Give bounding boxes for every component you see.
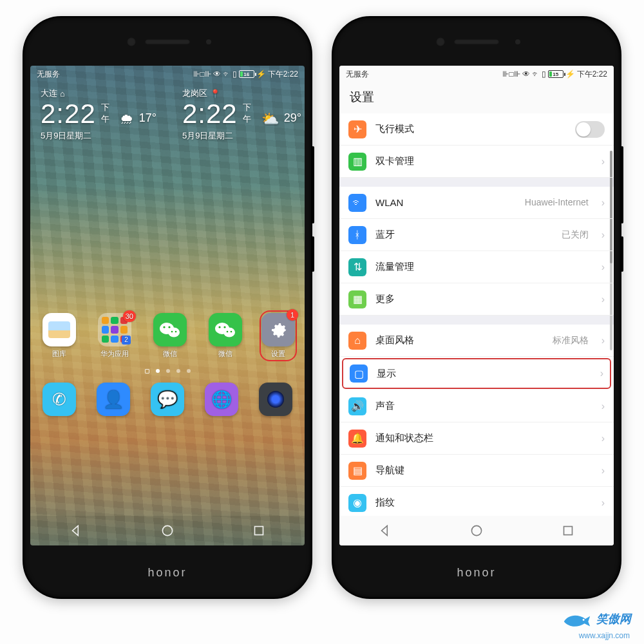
wifi-icon: ᯤ — [348, 194, 366, 212]
app-gallery[interactable]: 图库 — [41, 313, 78, 359]
chevron-right-icon: › — [601, 229, 605, 241]
chevron-right-icon: › — [601, 197, 605, 209]
home-screen[interactable]: 无服务 ⊪□⊪ 👁 ᯤ ▯ 16 ⚡ 下午2:22 大连 ⌂ 2:22 — [30, 66, 305, 545]
app-contacts[interactable]: 👤 — [95, 383, 132, 416]
charging-icon: ⚡ — [256, 70, 266, 79]
gallery-icon — [43, 313, 76, 346]
settings-row-home[interactable]: ⌂桌面风格标准风格› — [339, 325, 614, 357]
display-icon: ▢ — [350, 365, 368, 383]
home-icon: ⌂ — [348, 332, 366, 350]
nav-back[interactable] — [377, 522, 393, 539]
settings-row-bluetooth[interactable]: ᚼ蓝牙已关闭› — [339, 219, 614, 251]
sim-icon: ▥ — [348, 153, 366, 171]
nav-back[interactable] — [68, 522, 84, 539]
svg-point-9 — [223, 326, 225, 328]
chevron-right-icon: › — [601, 497, 605, 509]
settings-row-wifi[interactable]: ᯤWLANHuawei-Internet› — [339, 187, 614, 219]
settings-row-data[interactable]: ⇅流量管理› — [339, 251, 614, 283]
bell-icon: 🔔 — [348, 430, 366, 448]
status-bar: 无服务 ⊪□⊪ 👁 ᯤ ▯ 16 ⚡ 下午2:22 — [30, 66, 305, 82]
app-globe[interactable]: 🌐 — [203, 383, 240, 416]
nav-recent[interactable] — [560, 522, 576, 539]
settings-row-sim[interactable]: ▥双卡管理› — [339, 146, 614, 178]
phone-settings: 无服务 ⊪□⊪ 👁 ᯤ ▯ 15 ⚡ 下午2:22 设置 ✈飞行模式▥双卡管理›… — [332, 16, 621, 599]
app-label: 设置 — [271, 349, 285, 359]
battery-icon: 15 — [548, 70, 564, 78]
wifi-icon: ᯤ — [532, 70, 540, 79]
globe-icon: 🌐 — [205, 383, 238, 416]
app-label: 图库 — [52, 349, 66, 359]
chevron-right-icon: › — [601, 156, 605, 167]
app-phone[interactable]: ✆ — [41, 383, 78, 416]
plane-icon: ✈ — [348, 120, 366, 138]
app-wechat[interactable]: 微信 — [207, 313, 244, 359]
watermark: 笑傲网 — [563, 611, 631, 627]
svg-rect-15 — [564, 527, 573, 535]
camera-icon — [259, 383, 292, 416]
settings-row-plane[interactable]: ✈飞行模式 — [339, 113, 614, 146]
sound-icon: 🔊 — [348, 397, 366, 415]
wechat-icon — [209, 313, 242, 346]
app-label: 华为应用 — [100, 349, 129, 359]
phone-brand: honor — [333, 545, 620, 600]
status-carrier: 无服务 — [346, 69, 369, 80]
row-label: 通知和状态栏 — [375, 432, 589, 444]
clock-widget[interactable]: 大连 ⌂ 2:22 下午 🌧 17° 5月9日星期二 龙岗区 📍 — [41, 88, 294, 142]
bluetooth-icon: ᚼ — [348, 226, 366, 244]
app-chat[interactable]: 💬 — [149, 383, 186, 416]
row-label: 更多 — [375, 293, 589, 305]
settings-row-more[interactable]: ▦更多› — [339, 283, 614, 316]
app-label: 微信 — [218, 349, 232, 359]
phone-top-bezel — [24, 17, 311, 66]
settings-row-fingerprint[interactable]: ◉指纹› — [339, 487, 614, 519]
svg-point-7 — [223, 328, 235, 337]
row-label: WLAN — [375, 197, 516, 208]
svg-point-4 — [171, 331, 173, 333]
settings-row-navkey[interactable]: ▤导航键› — [339, 455, 614, 487]
weather-rain-icon: 🌧 — [120, 111, 134, 128]
wifi-icon: ᯤ — [223, 70, 231, 79]
nav-bar — [339, 516, 614, 545]
svg-point-11 — [231, 331, 232, 333]
nav-recent[interactable] — [251, 522, 267, 539]
status-time: 下午2:22 — [577, 69, 607, 80]
settings-screen[interactable]: 无服务 ⊪□⊪ 👁 ᯤ ▯ 15 ⚡ 下午2:22 设置 ✈飞行模式▥双卡管理›… — [339, 66, 614, 545]
contacts-icon: 👤 — [97, 383, 130, 416]
app-wechat[interactable]: 微信 — [151, 313, 189, 359]
settings-row-display[interactable]: ▢显示› — [342, 358, 611, 389]
fingerprint-icon: ◉ — [348, 494, 366, 512]
chevron-right-icon: › — [601, 294, 605, 305]
app-gear[interactable]: 1设置 — [260, 310, 297, 361]
wechat-icon — [153, 313, 187, 346]
row-label: 声音 — [375, 400, 589, 412]
charging-icon: ⚡ — [565, 70, 575, 79]
home-icon: ⌂ — [60, 89, 65, 99]
nav-home[interactable] — [159, 522, 176, 539]
phone-top-bezel — [333, 17, 620, 66]
row-label: 显示 — [377, 368, 587, 380]
app-camera[interactable] — [257, 383, 294, 416]
row-value: 已关闭 — [562, 229, 589, 240]
svg-point-5 — [175, 331, 177, 333]
watermark-url: www.xajjn.com — [579, 631, 630, 640]
nav-home[interactable] — [468, 522, 485, 539]
eye-icon: 👁 — [213, 70, 221, 79]
svg-point-12 — [162, 526, 172, 535]
weather-cloud-icon: ⛅ — [261, 111, 279, 128]
app-folder[interactable]: 302华为应用 — [96, 313, 133, 359]
navkey-icon: ▤ — [348, 462, 366, 480]
row-value: Huawei-Internet — [525, 197, 589, 207]
toggle[interactable] — [575, 121, 605, 138]
svg-point-8 — [218, 326, 220, 328]
phone-home: 无服务 ⊪□⊪ 👁 ᯤ ▯ 16 ⚡ 下午2:22 大连 ⌂ 2:22 — [23, 16, 312, 599]
svg-point-16 — [583, 619, 585, 621]
settings-row-sound[interactable]: 🔊声音› — [339, 390, 614, 422]
chevron-right-icon: › — [600, 368, 603, 379]
row-label: 飞行模式 — [375, 123, 566, 135]
shark-icon — [563, 611, 591, 627]
vibrate-icon: ⊪□⊪ — [502, 70, 520, 79]
chevron-right-icon: › — [601, 433, 605, 444]
settings-row-bell[interactable]: 🔔通知和状态栏› — [339, 422, 614, 455]
row-label: 导航键 — [375, 464, 589, 477]
battery-icon: 16 — [239, 70, 254, 78]
